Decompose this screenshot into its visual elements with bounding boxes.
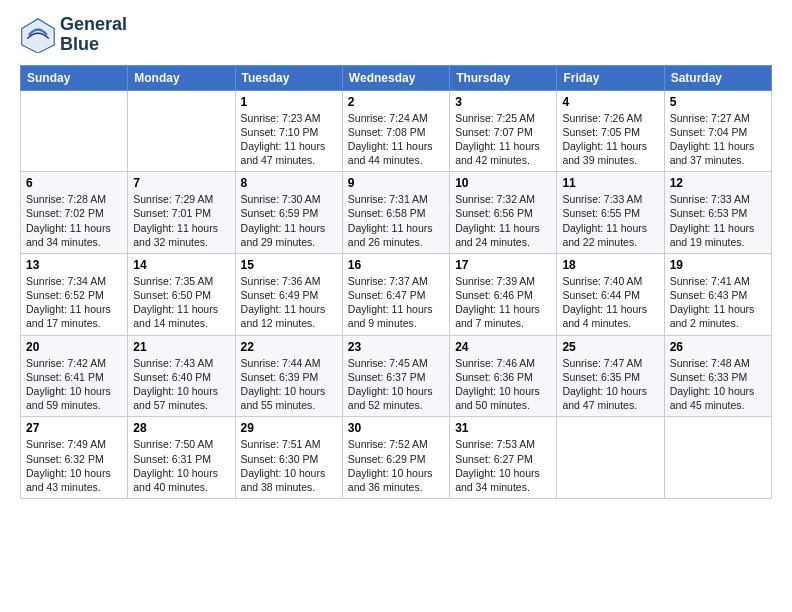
calendar-day-cell: 11Sunrise: 7:33 AM Sunset: 6:55 PM Dayli… [557,172,664,254]
day-info: Sunrise: 7:35 AM Sunset: 6:50 PM Dayligh… [133,274,229,331]
calendar-week-row: 1Sunrise: 7:23 AM Sunset: 7:10 PM Daylig… [21,90,772,172]
day-info: Sunrise: 7:49 AM Sunset: 6:32 PM Dayligh… [26,437,122,494]
calendar-day-cell: 19Sunrise: 7:41 AM Sunset: 6:43 PM Dayli… [664,253,771,335]
day-info: Sunrise: 7:32 AM Sunset: 6:56 PM Dayligh… [455,192,551,249]
calendar-day-header: Thursday [450,65,557,90]
calendar-header-row: SundayMondayTuesdayWednesdayThursdayFrid… [21,65,772,90]
day-number: 20 [26,340,122,354]
day-info: Sunrise: 7:46 AM Sunset: 6:36 PM Dayligh… [455,356,551,413]
calendar-day-cell [557,417,664,499]
day-info: Sunrise: 7:26 AM Sunset: 7:05 PM Dayligh… [562,111,658,168]
calendar-day-cell: 25Sunrise: 7:47 AM Sunset: 6:35 PM Dayli… [557,335,664,417]
logo-icon [20,17,56,53]
day-number: 25 [562,340,658,354]
day-info: Sunrise: 7:40 AM Sunset: 6:44 PM Dayligh… [562,274,658,331]
day-number: 15 [241,258,337,272]
day-info: Sunrise: 7:27 AM Sunset: 7:04 PM Dayligh… [670,111,766,168]
day-number: 28 [133,421,229,435]
calendar-day-cell: 30Sunrise: 7:52 AM Sunset: 6:29 PM Dayli… [342,417,449,499]
calendar-table: SundayMondayTuesdayWednesdayThursdayFrid… [20,65,772,499]
calendar-week-row: 20Sunrise: 7:42 AM Sunset: 6:41 PM Dayli… [21,335,772,417]
day-info: Sunrise: 7:33 AM Sunset: 6:55 PM Dayligh… [562,192,658,249]
calendar-day-cell: 29Sunrise: 7:51 AM Sunset: 6:30 PM Dayli… [235,417,342,499]
day-info: Sunrise: 7:36 AM Sunset: 6:49 PM Dayligh… [241,274,337,331]
day-number: 5 [670,95,766,109]
day-info: Sunrise: 7:48 AM Sunset: 6:33 PM Dayligh… [670,356,766,413]
page: General Blue SundayMondayTuesdayWednesda… [0,0,792,509]
calendar-day-cell: 26Sunrise: 7:48 AM Sunset: 6:33 PM Dayli… [664,335,771,417]
day-info: Sunrise: 7:23 AM Sunset: 7:10 PM Dayligh… [241,111,337,168]
day-number: 8 [241,176,337,190]
calendar-day-cell [664,417,771,499]
calendar-day-cell [21,90,128,172]
day-number: 24 [455,340,551,354]
day-info: Sunrise: 7:33 AM Sunset: 6:53 PM Dayligh… [670,192,766,249]
calendar-day-header: Saturday [664,65,771,90]
calendar-day-header: Sunday [21,65,128,90]
day-number: 31 [455,421,551,435]
calendar-week-row: 13Sunrise: 7:34 AM Sunset: 6:52 PM Dayli… [21,253,772,335]
day-number: 14 [133,258,229,272]
day-info: Sunrise: 7:37 AM Sunset: 6:47 PM Dayligh… [348,274,444,331]
day-number: 1 [241,95,337,109]
calendar-day-cell: 21Sunrise: 7:43 AM Sunset: 6:40 PM Dayli… [128,335,235,417]
logo: General Blue [20,15,127,55]
calendar-day-header: Monday [128,65,235,90]
calendar-day-cell: 1Sunrise: 7:23 AM Sunset: 7:10 PM Daylig… [235,90,342,172]
calendar-day-cell: 23Sunrise: 7:45 AM Sunset: 6:37 PM Dayli… [342,335,449,417]
day-info: Sunrise: 7:44 AM Sunset: 6:39 PM Dayligh… [241,356,337,413]
day-number: 7 [133,176,229,190]
calendar-day-cell: 28Sunrise: 7:50 AM Sunset: 6:31 PM Dayli… [128,417,235,499]
day-info: Sunrise: 7:25 AM Sunset: 7:07 PM Dayligh… [455,111,551,168]
calendar-day-cell: 15Sunrise: 7:36 AM Sunset: 6:49 PM Dayli… [235,253,342,335]
day-number: 23 [348,340,444,354]
calendar-day-cell: 6Sunrise: 7:28 AM Sunset: 7:02 PM Daylig… [21,172,128,254]
day-info: Sunrise: 7:42 AM Sunset: 6:41 PM Dayligh… [26,356,122,413]
logo-text: General Blue [60,15,127,55]
calendar-day-cell: 24Sunrise: 7:46 AM Sunset: 6:36 PM Dayli… [450,335,557,417]
calendar-day-cell: 27Sunrise: 7:49 AM Sunset: 6:32 PM Dayli… [21,417,128,499]
calendar-day-header: Wednesday [342,65,449,90]
day-info: Sunrise: 7:43 AM Sunset: 6:40 PM Dayligh… [133,356,229,413]
day-number: 2 [348,95,444,109]
day-number: 9 [348,176,444,190]
day-info: Sunrise: 7:30 AM Sunset: 6:59 PM Dayligh… [241,192,337,249]
day-number: 6 [26,176,122,190]
day-info: Sunrise: 7:45 AM Sunset: 6:37 PM Dayligh… [348,356,444,413]
calendar-day-header: Friday [557,65,664,90]
day-info: Sunrise: 7:50 AM Sunset: 6:31 PM Dayligh… [133,437,229,494]
calendar-day-cell: 20Sunrise: 7:42 AM Sunset: 6:41 PM Dayli… [21,335,128,417]
calendar-day-cell: 8Sunrise: 7:30 AM Sunset: 6:59 PM Daylig… [235,172,342,254]
day-number: 11 [562,176,658,190]
day-number: 16 [348,258,444,272]
day-info: Sunrise: 7:41 AM Sunset: 6:43 PM Dayligh… [670,274,766,331]
day-number: 10 [455,176,551,190]
day-number: 17 [455,258,551,272]
day-number: 19 [670,258,766,272]
day-number: 4 [562,95,658,109]
day-info: Sunrise: 7:28 AM Sunset: 7:02 PM Dayligh… [26,192,122,249]
day-number: 22 [241,340,337,354]
day-number: 30 [348,421,444,435]
calendar-day-cell: 14Sunrise: 7:35 AM Sunset: 6:50 PM Dayli… [128,253,235,335]
day-info: Sunrise: 7:47 AM Sunset: 6:35 PM Dayligh… [562,356,658,413]
day-number: 12 [670,176,766,190]
calendar-day-cell: 4Sunrise: 7:26 AM Sunset: 7:05 PM Daylig… [557,90,664,172]
calendar-day-cell: 7Sunrise: 7:29 AM Sunset: 7:01 PM Daylig… [128,172,235,254]
day-info: Sunrise: 7:53 AM Sunset: 6:27 PM Dayligh… [455,437,551,494]
calendar-day-header: Tuesday [235,65,342,90]
calendar-day-cell: 9Sunrise: 7:31 AM Sunset: 6:58 PM Daylig… [342,172,449,254]
day-info: Sunrise: 7:31 AM Sunset: 6:58 PM Dayligh… [348,192,444,249]
calendar-day-cell: 16Sunrise: 7:37 AM Sunset: 6:47 PM Dayli… [342,253,449,335]
calendar-week-row: 6Sunrise: 7:28 AM Sunset: 7:02 PM Daylig… [21,172,772,254]
calendar-day-cell [128,90,235,172]
day-info: Sunrise: 7:34 AM Sunset: 6:52 PM Dayligh… [26,274,122,331]
day-number: 27 [26,421,122,435]
day-number: 29 [241,421,337,435]
day-number: 21 [133,340,229,354]
calendar-day-cell: 5Sunrise: 7:27 AM Sunset: 7:04 PM Daylig… [664,90,771,172]
calendar-day-cell: 22Sunrise: 7:44 AM Sunset: 6:39 PM Dayli… [235,335,342,417]
day-number: 26 [670,340,766,354]
day-number: 3 [455,95,551,109]
calendar-day-cell: 31Sunrise: 7:53 AM Sunset: 6:27 PM Dayli… [450,417,557,499]
